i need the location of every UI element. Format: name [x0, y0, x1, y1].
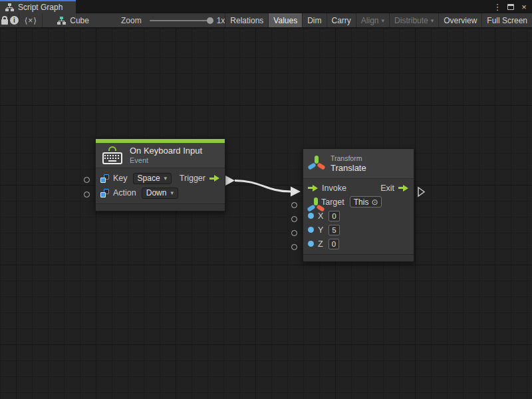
y-input-port[interactable]	[291, 230, 297, 236]
node-header: Transform Translate	[303, 149, 414, 178]
node-category: Transform	[331, 154, 366, 162]
flow-arrow-icon	[209, 175, 219, 182]
node-subtitle: Event	[130, 156, 202, 164]
script-graph-icon	[5, 3, 14, 11]
port-row-z: Z 0	[303, 237, 414, 251]
menu-icon[interactable]: ⋮	[492, 1, 503, 12]
flow-arrow-icon	[398, 185, 408, 192]
literal-icon	[100, 189, 109, 198]
z-value-input[interactable]: 0	[329, 239, 339, 249]
code-view-button[interactable]: ⟨×⟩	[19, 13, 43, 27]
key-input-port[interactable]	[84, 177, 90, 183]
port-row-key: Key Space ▾ Trigger	[96, 171, 225, 186]
keyboard-icon	[101, 146, 124, 164]
exit-output-port[interactable]	[417, 186, 426, 198]
action-input-port[interactable]	[84, 192, 90, 198]
dim-button[interactable]: Dim	[302, 13, 326, 27]
relations-button[interactable]: Relations	[225, 13, 268, 27]
zoom-control: Zoom 1x	[121, 13, 225, 27]
overview-button[interactable]: Overview	[438, 13, 481, 27]
node-body: Invoke Exit Target This ⊙ X 0	[303, 178, 414, 254]
action-dropdown[interactable]: Down ▾	[142, 188, 178, 199]
window-controls: ⋮ ×	[492, 0, 529, 13]
node-translate[interactable]: Transform Translate Invoke Exit Target T…	[303, 148, 414, 262]
close-icon[interactable]: ×	[519, 1, 529, 12]
graph-canvas[interactable]: On Keyboard Input Event Key Space ▾ Trig…	[0, 29, 532, 399]
tab-script-graph[interactable]: Script Graph	[0, 0, 76, 13]
target-object-field[interactable]: This ⊙	[350, 196, 382, 207]
graph-context[interactable]: Cube	[57, 13, 89, 27]
key-dropdown[interactable]: Space ▾	[133, 173, 172, 184]
chevron-down-icon: ▾	[164, 175, 168, 182]
script-graph-window: Script Graph ⋮ × i ⟨×⟩ Cube Zoom	[0, 0, 532, 399]
x-input-port[interactable]	[291, 216, 297, 222]
align-button[interactable]: Align▾	[356, 13, 389, 27]
object-picker-icon: ⊙	[371, 198, 378, 207]
info-icon: i	[10, 16, 19, 25]
values-button[interactable]: Values	[268, 13, 302, 27]
transform-icon	[308, 198, 317, 207]
port-row-action: Action Down ▾	[96, 186, 225, 200]
graph-toolbar: i ⟨×⟩ Cube Zoom 1x Relations Values Dim …	[0, 13, 532, 28]
view-buttons: Relations Values Dim Carry Align▾ Distri…	[225, 13, 532, 27]
code-icon: ⟨×⟩	[25, 16, 37, 25]
chevron-down-icon: ▾	[170, 190, 174, 196]
carry-button[interactable]: Carry	[327, 13, 356, 27]
maximize-icon[interactable]	[505, 1, 516, 12]
z-input-port[interactable]	[291, 244, 297, 250]
distribute-button[interactable]: Distribute▾	[389, 13, 438, 27]
port-row-target: Target This ⊙	[303, 195, 414, 209]
chevron-down-icon: ▾	[382, 17, 385, 24]
node-title: On Keyboard Input	[130, 146, 202, 156]
tab-bar: Script Graph ⋮ ×	[0, 0, 532, 13]
x-value-input[interactable]: 0	[329, 211, 339, 221]
flow-arrow-icon	[308, 185, 318, 192]
graph-asset-icon	[57, 17, 66, 25]
connection-wire	[0, 29, 532, 399]
chevron-down-icon: ▾	[431, 17, 434, 24]
node-header: On Keyboard Input Event	[96, 143, 225, 168]
value-port-dot	[308, 227, 314, 233]
lock-button[interactable]	[0, 13, 9, 27]
port-row-y: Y 5	[303, 223, 414, 237]
transform-icon	[309, 156, 325, 172]
zoom-slider[interactable]	[150, 20, 211, 21]
port-row-x: X 0	[303, 209, 414, 223]
full-screen-button[interactable]: Full Screen	[481, 13, 532, 27]
target-input-port[interactable]	[291, 202, 297, 208]
trigger-label: Trigger	[180, 174, 205, 183]
node-on-keyboard-input[interactable]: On Keyboard Input Event Key Space ▾ Trig…	[95, 138, 225, 211]
value-port-dot	[308, 213, 314, 219]
tab-title: Script Graph	[18, 3, 63, 12]
y-value-input[interactable]: 5	[329, 225, 339, 235]
node-footer	[96, 203, 225, 211]
context-object-label: Cube	[70, 16, 89, 25]
zoom-label: Zoom	[121, 16, 142, 25]
lock-icon	[1, 16, 9, 25]
port-row-invoke-exit: Invoke Exit	[303, 181, 414, 195]
zoom-value: 1x	[217, 16, 225, 25]
node-footer	[303, 254, 414, 261]
node-title: Translate	[331, 163, 366, 173]
info-button[interactable]: i	[9, 13, 19, 27]
node-body: Key Space ▾ Trigger Action Down ▾	[96, 168, 225, 203]
value-port-dot	[308, 241, 314, 247]
zoom-slider-handle[interactable]	[207, 17, 213, 24]
literal-icon	[100, 174, 109, 183]
